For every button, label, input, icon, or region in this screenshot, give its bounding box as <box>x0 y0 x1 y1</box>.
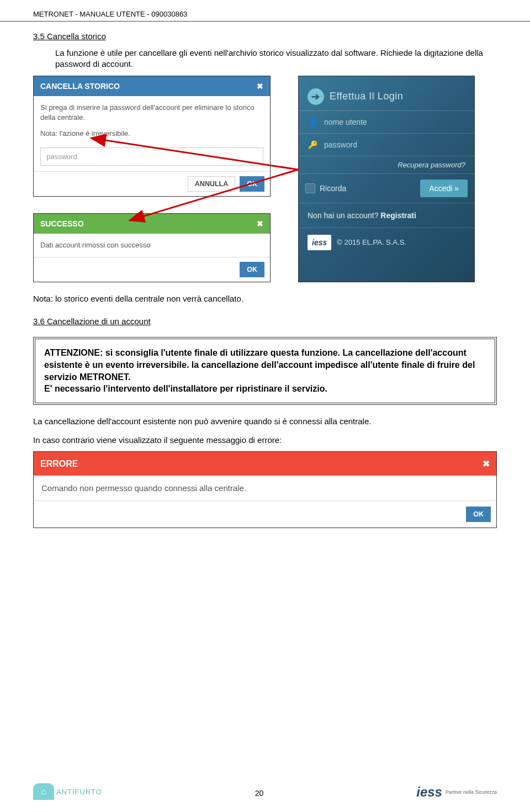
annulla-button[interactable]: ANNULLA <box>188 176 235 192</box>
page-header: METRONET - MANUALE UTENTE - 090030863 <box>0 0 530 22</box>
ok-button-success[interactable]: OK <box>240 262 264 277</box>
iess-logo: iess <box>308 235 331 250</box>
attention-line1: ATTENZIONE: si sconsiglia l'utente final… <box>44 347 486 383</box>
modal-header-success: SUCCESSO ✖ <box>34 214 270 234</box>
close-icon[interactable]: ✖ <box>483 458 490 469</box>
error-ok-button[interactable]: OK <box>466 507 491 522</box>
username-field[interactable]: nome utente <box>324 118 367 126</box>
login-arrow-icon: ➔ <box>308 88 324 105</box>
error-title: ERRORE <box>40 459 78 469</box>
remember-label: Ricorda <box>320 184 346 193</box>
modal-body-text: Si prega di inserire la password dell'ac… <box>34 96 270 129</box>
login-button[interactable]: Accedi » <box>420 180 468 197</box>
page-number: 20 <box>255 789 264 800</box>
section-title-3-5: 3.5 Cancella storico <box>33 31 497 41</box>
user-icon: 👤 <box>308 118 317 126</box>
login-title: Effettua Il Login <box>330 91 403 102</box>
iess-text: iess <box>416 784 442 800</box>
error-modal: ERRORE ✖ Comando non permesso quando con… <box>33 451 497 528</box>
login-panel: ➔ Effettua Il Login 👤 nome utente 🔑 pass… <box>298 76 475 283</box>
success-body: Dati account rimossi con successo <box>34 234 270 257</box>
cancella-storico-modal: CANCELLA STORICO ✖ Si prega di inserire … <box>33 76 271 197</box>
section-title-3-6: 3.6 Cancellazione di un account <box>33 317 497 326</box>
register-text: Non hai un account? <box>308 211 378 220</box>
section-3-5-paragraph: La funzione è utile per cancellare gli e… <box>33 48 497 70</box>
ok-button[interactable]: OK <box>240 176 264 192</box>
copyright-text: © 2015 EL.PA. S.A.S. <box>337 238 406 246</box>
remember-checkbox[interactable] <box>305 183 315 193</box>
close-icon[interactable]: ✖ <box>257 82 263 91</box>
modal-header: CANCELLA STORICO ✖ <box>34 76 270 96</box>
register-row: Non hai un account? Registrati <box>299 203 474 228</box>
antifurto-text: ANTIFURTO <box>56 788 102 796</box>
modal-title-success: SUCCESSO <box>40 219 84 228</box>
error-intro: In caso contrario viene visualizzato il … <box>33 435 497 446</box>
password-icon: 🔑 <box>308 140 317 149</box>
modal-note: Nota: l'azione è irreversibile. <box>34 129 270 144</box>
iess-footer-logo: iess Partner nella Sicurezza <box>416 784 497 800</box>
error-body: Comando non permesso quando connessi all… <box>34 476 496 500</box>
cancellation-note: La cancellazione dell'account esistente … <box>33 416 497 427</box>
attention-line2: E' necessario l'intervento dell'installa… <box>44 383 486 395</box>
password-field[interactable]: password <box>324 140 357 149</box>
close-icon[interactable]: ✖ <box>257 219 263 228</box>
successo-modal: SUCCESSO ✖ Dati account rimossi con succ… <box>33 213 271 282</box>
password-input[interactable]: password <box>40 147 263 166</box>
attention-box: ATTENZIONE: si sconsiglia l'utente final… <box>33 337 497 404</box>
iess-subtitle: Partner nella Sicurezza <box>446 789 497 795</box>
home-icon: ⌂ <box>33 783 54 800</box>
modal-title: CANCELLA STORICO <box>40 82 120 91</box>
recover-password-link[interactable]: Recupera password? <box>299 156 474 173</box>
note-after-images: Nota: lo storico eventi della centrale n… <box>33 293 497 304</box>
register-link[interactable]: Registrati <box>380 211 416 220</box>
antifurto-logo: ⌂ ANTIFURTO <box>33 783 102 800</box>
